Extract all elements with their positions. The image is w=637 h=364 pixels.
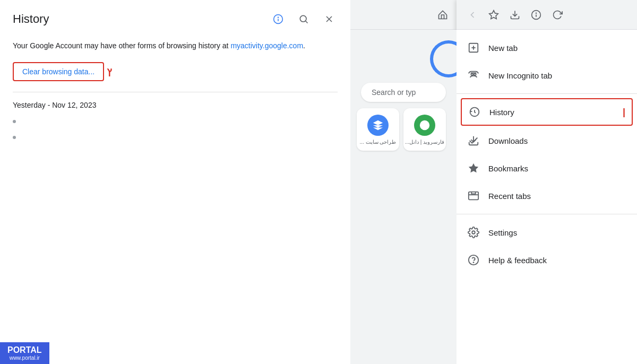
portal-badge: PORTAL www.portal.ir <box>0 342 49 364</box>
history-item-1[interactable] <box>0 114 350 129</box>
svg-point-16 <box>471 73 473 75</box>
clear-btn-wrapper: Clear browsing data... ץ <box>0 60 350 92</box>
svg-rect-21 <box>469 192 478 200</box>
info-circle-icon[interactable] <box>527 5 546 24</box>
downloads-icon <box>467 134 480 147</box>
back-icon <box>463 5 482 24</box>
menu-item-bookmarks[interactable]: Bookmarks <box>457 154 637 182</box>
menu-item-settings[interactable]: Settings <box>457 219 637 246</box>
search-bar-partial: Search or typ <box>361 83 446 102</box>
svg-point-3 <box>300 15 306 22</box>
browser-center: Search or typ طراحی سایت ... فارسر <box>350 0 457 364</box>
menu-item-history[interactable]: History | <box>461 98 633 126</box>
history-item-2[interactable] <box>0 129 350 145</box>
star-icon[interactable] <box>484 5 503 24</box>
menu-item-downloads[interactable]: Downloads <box>457 127 637 154</box>
new-tab-icon <box>467 41 480 54</box>
menu-item-incognito-label: New Incognito tab <box>488 71 626 80</box>
history-header-icons <box>270 11 338 28</box>
bookmarks-icon <box>467 162 480 175</box>
refresh-icon[interactable] <box>548 5 567 24</box>
menu-divider-1 <box>457 93 637 94</box>
search-button[interactable] <box>295 11 312 28</box>
menu-item-history-label: History <box>489 108 612 117</box>
svg-rect-18 <box>471 73 477 74</box>
home-icon[interactable] <box>433 5 452 24</box>
menu-toolbar <box>457 0 637 30</box>
clear-browsing-data-button[interactable]: Clear browsing data... <box>13 62 104 81</box>
menu-item-recent-tabs[interactable]: Recent tabs <box>457 182 637 210</box>
history-item-dot-2 <box>13 136 16 139</box>
svg-line-4 <box>306 21 308 23</box>
history-icon <box>468 106 481 118</box>
chrome-menu: New tab New Incognito tab <box>457 0 637 364</box>
menu-item-incognito[interactable]: New Incognito tab <box>457 62 637 89</box>
menu-item-new-tab[interactable]: New tab <box>457 34 637 62</box>
menu-item-new-tab-label: New tab <box>488 44 626 53</box>
svg-point-17 <box>474 73 476 75</box>
site-label-2: فارسروید | دانل... <box>405 139 445 145</box>
history-header: History <box>0 0 350 36</box>
settings-icon <box>467 226 480 239</box>
browser-content: Search or typ طراحی سایت ... فارسر <box>350 30 457 364</box>
blue-circle-decoration <box>430 40 457 77</box>
svg-marker-8 <box>489 10 498 19</box>
menu-item-recent-tabs-label: Recent tabs <box>488 192 626 201</box>
history-date: Yesterday - Nov 12, 2023 <box>0 92 350 114</box>
site-card-1[interactable]: طراحی سایت ... <box>357 108 399 151</box>
portal-name: PORTAL <box>7 345 42 355</box>
recent-tabs-icon <box>467 189 480 202</box>
myactivity-link[interactable]: myactivity.google.com <box>230 41 303 50</box>
site-icon-green <box>414 115 435 136</box>
portal-url: www.portal.ir <box>10 355 40 361</box>
browser-toolbar <box>350 0 457 30</box>
site-card-2[interactable]: فارسروید | دانل... <box>403 108 446 151</box>
close-button[interactable] <box>321 11 338 28</box>
history-item-dot <box>13 120 16 123</box>
history-panel: History <box>0 0 350 364</box>
site-label-1: طراحی سایت ... <box>360 139 397 145</box>
menu-items: New tab New Incognito tab <box>457 30 637 364</box>
history-title: History <box>13 12 49 26</box>
menu-item-downloads-label: Downloads <box>488 136 626 145</box>
cursor-indicator: ץ <box>107 66 112 76</box>
svg-marker-20 <box>469 163 478 172</box>
site-icon-blue <box>367 115 389 136</box>
history-cursor-indicator: | <box>623 107 625 118</box>
download-icon[interactable] <box>505 5 524 24</box>
svg-point-23 <box>472 231 475 234</box>
menu-item-help[interactable]: Help & feedback <box>457 246 637 274</box>
menu-divider-2 <box>457 214 637 214</box>
help-icon <box>467 254 480 266</box>
menu-item-bookmarks-label: Bookmarks <box>488 164 626 173</box>
incognito-icon <box>467 69 480 82</box>
sites-row: طراحی سایت ... فارسروید | دانل... <box>350 108 457 151</box>
menu-item-settings-label: Settings <box>488 228 626 237</box>
menu-item-help-label: Help & feedback <box>488 256 626 265</box>
history-info-text: Your Google Account may have other forms… <box>0 36 350 60</box>
info-button[interactable] <box>270 11 287 28</box>
